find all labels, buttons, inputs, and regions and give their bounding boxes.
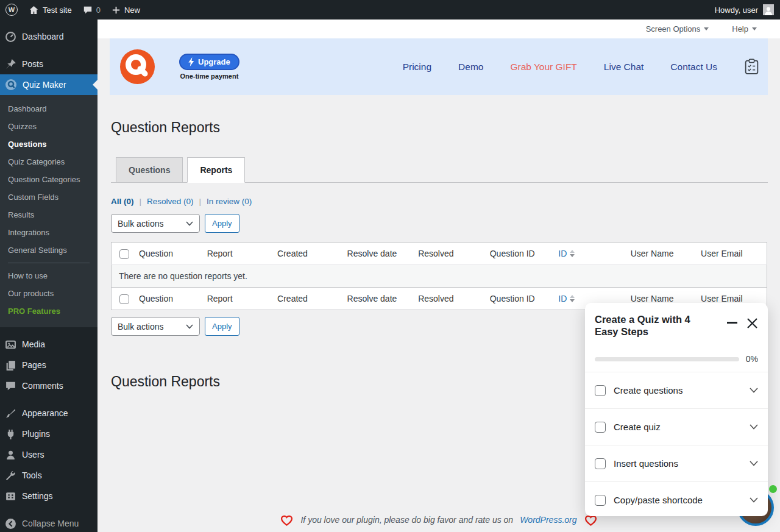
tab-reports[interactable]: Reports (187, 157, 245, 183)
sidebar-item-pages[interactable]: Pages (0, 355, 98, 375)
contact-us-link[interactable]: Contact Us (670, 62, 717, 73)
step-create-questions[interactable]: Create questions (585, 372, 768, 409)
help-toggle[interactable]: Help (732, 24, 757, 34)
user-icon (5, 449, 16, 461)
comment-bubble-icon (83, 5, 93, 15)
pricing-link[interactable]: Pricing (403, 62, 431, 73)
sidebar-item-media[interactable]: Media (0, 334, 98, 355)
column-report: Report (202, 243, 272, 265)
apply-button-bottom[interactable]: Apply (205, 317, 239, 336)
progress-section: 0% (585, 354, 768, 364)
help-label: Help (732, 24, 748, 34)
pushpin-icon (5, 59, 16, 70)
wordpress-org-link[interactable]: WordPress.org (520, 515, 576, 525)
sidebar-subitem-how-to-use[interactable]: How to use (0, 267, 98, 285)
create-quiz-guide-popup: Create a Quiz with 4 Easy Steps 0% Creat… (585, 303, 768, 516)
sidebar-subitem-question-categories[interactable]: Question Categories (0, 171, 98, 188)
select-all-checkbox-bottom[interactable] (119, 294, 129, 304)
column-id-sortable[interactable]: ID (558, 249, 575, 258)
sidebar-item-users[interactable]: Users (0, 444, 98, 465)
sidebar-item-dashboard[interactable]: Dashboard (0, 26, 98, 47)
step-create-quiz[interactable]: Create quiz (585, 409, 768, 445)
sidebar-item-tools[interactable]: Tools (0, 465, 98, 486)
upgrade-label: Upgrade (198, 57, 230, 66)
column-question: Question (134, 243, 202, 265)
user-silhouette-icon (764, 6, 773, 15)
clipboard-icon[interactable] (744, 59, 759, 75)
chevron-down-icon[interactable] (750, 461, 758, 466)
sidebar-subitem-results[interactable]: Results (0, 206, 98, 224)
new-content-menu[interactable]: New (106, 0, 146, 20)
grab-your-gift-link[interactable]: Grab Your GIFT (510, 62, 576, 73)
chevron-down-icon (752, 27, 757, 30)
sidebar-item-comments[interactable]: Comments (0, 375, 98, 396)
select-all-checkbox[interactable] (119, 249, 129, 259)
column-question-id: Question ID (485, 288, 554, 310)
bulk-actions-bottom: Bulk actions Apply (111, 317, 239, 336)
bulk-actions-select[interactable]: Bulk actions (111, 214, 200, 233)
step-checkbox[interactable] (595, 385, 606, 396)
popup-header: Create a Quiz with 4 Easy Steps (585, 303, 768, 338)
screen-options-toggle[interactable]: Screen Options (646, 24, 709, 34)
chevron-down-icon (186, 221, 193, 226)
sidebar-subitem-custom-fields[interactable]: Custom Fields (0, 188, 98, 206)
sidebar-item-settings[interactable]: Settings (0, 486, 98, 506)
step-checkbox[interactable] (595, 422, 606, 433)
sidebar-subitem-general-settings[interactable]: General Settings (0, 241, 98, 259)
sidebar-subitem-our-products[interactable]: Our products (0, 285, 98, 302)
wordpress-logo-menu[interactable]: W (0, 0, 23, 20)
step-checkbox[interactable] (595, 495, 606, 506)
sidebar-item-label: Posts (22, 59, 43, 69)
apply-button[interactable]: Apply (205, 214, 239, 233)
rate-us-message: If you love our plugin, please do big fa… (300, 515, 513, 525)
step-checkbox[interactable] (595, 458, 606, 469)
filter-all[interactable]: All (0) (111, 197, 134, 206)
collapse-menu-button[interactable]: Collapse Menu (0, 513, 98, 532)
popup-steps-list: Create questions Create quiz Insert ques… (585, 372, 768, 516)
sidebar-item-posts[interactable]: Posts (0, 54, 98, 74)
new-label: New (124, 5, 140, 15)
chevron-down-icon[interactable] (750, 497, 758, 503)
filter-resolved[interactable]: Resolved (0) (147, 197, 194, 206)
step-label: Copy/paste shortcode (614, 495, 742, 505)
avatar (763, 4, 774, 15)
sidebar-item-label: Appearance (22, 408, 68, 418)
tab-questions[interactable]: Questions (116, 157, 183, 183)
live-chat-link[interactable]: Live Chat (604, 62, 644, 73)
comment-bubble-icon (5, 380, 16, 392)
bulk-actions-value: Bulk actions (118, 322, 163, 332)
sidebar-subitem-pro-features[interactable]: PRO Features (0, 302, 98, 320)
banner-nav: Pricing Demo Grab Your GIFT Live Chat Co… (403, 59, 768, 75)
minimize-icon[interactable] (727, 322, 737, 324)
close-icon[interactable] (746, 317, 758, 329)
filter-in-review[interactable]: In review (0) (207, 197, 252, 206)
sidebar-item-label: Dashboard (22, 32, 64, 41)
demo-link[interactable]: Demo (458, 62, 483, 73)
step-copy-paste-shortcode[interactable]: Copy/paste shortcode (585, 482, 768, 516)
sidebar-item-plugins[interactable]: Plugins (0, 424, 98, 444)
sidebar-item-appearance[interactable]: Appearance (0, 403, 98, 424)
sidebar-item-label: Settings (22, 491, 53, 501)
quiz-maker-submenu: Dashboard Quizzes Questions Quiz Categor… (0, 95, 98, 327)
one-time-payment-label: One-time payment (180, 73, 238, 80)
question-reports-tabs: Questions Reports (111, 157, 768, 183)
site-name-link[interactable]: Test site (23, 0, 77, 20)
sidebar-item-quiz-maker[interactable]: Quiz Maker (0, 74, 98, 95)
column-report: Report (202, 288, 272, 310)
sidebar-subitem-integrations[interactable]: Integrations (0, 224, 98, 241)
column-id-sortable-bottom[interactable]: ID (558, 294, 575, 303)
comments-admin-link[interactable]: 0 (77, 0, 106, 20)
sidebar-subitem-quiz-categories[interactable]: Quiz Categories (0, 153, 98, 171)
sidebar-subitem-quizzes[interactable]: Quizzes (0, 118, 98, 135)
step-label: Insert questions (614, 458, 742, 469)
account-menu[interactable]: Howdy, user (715, 4, 780, 15)
bulk-actions-select-bottom[interactable]: Bulk actions (111, 317, 200, 336)
sidebar-subitem-questions[interactable]: Questions (0, 135, 98, 153)
step-insert-questions[interactable]: Insert questions (585, 445, 768, 482)
chevron-down-icon[interactable] (750, 424, 758, 430)
upgrade-button[interactable]: Upgrade (179, 54, 239, 70)
chevron-down-icon[interactable] (750, 388, 758, 393)
step-label: Create quiz (614, 422, 742, 432)
sidebar-subitem-dashboard[interactable]: Dashboard (0, 100, 98, 118)
gauge-icon (5, 31, 16, 43)
